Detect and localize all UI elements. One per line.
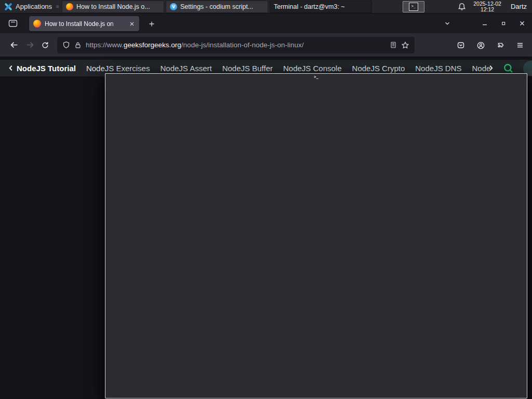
clock-time: 12:12 (473, 7, 501, 12)
navigation-toolbar: https://www.geeksforgeeks.org/node-js/in… (0, 33, 532, 57)
tab-title: How to Install Node.js on (45, 20, 125, 28)
site-nav-items: NodeJS Tutorial NodeJS Exercises NodeJS … (17, 64, 487, 73)
window-button[interactable]: Settings - codium script... (166, 1, 268, 13)
lock-icon[interactable] (74, 42, 82, 49)
shield-icon[interactable] (62, 41, 70, 49)
url-bar[interactable]: https://www.geeksforgeeks.org/node-js/in… (57, 37, 415, 54)
app-menu-icon[interactable] (512, 37, 528, 53)
site-nav-item[interactable]: NodeJS Assert (160, 64, 211, 73)
back-button[interactable] (6, 37, 22, 53)
browser-close-button[interactable] (515, 17, 529, 30)
bookmark-star-icon[interactable] (401, 41, 409, 49)
extensions-icon[interactable] (493, 37, 508, 53)
browser-tab[interactable]: How to Install Node.js on (29, 16, 139, 31)
workspace-switcher[interactable] (403, 1, 424, 12)
applications-menu[interactable]: Applications (0, 0, 56, 14)
browser-minimize-button[interactable] (478, 17, 491, 30)
nav-scroll-left-icon[interactable] (7, 64, 15, 72)
list-all-tabs-button[interactable] (441, 17, 454, 30)
window-button-list: How to Install Node.js o... Settings - c… (62, 0, 374, 14)
window-button-label: Terminal - dartz@vm3: ~ (274, 3, 345, 10)
firefox-icon (66, 3, 73, 10)
top-panel: Applications ≡ How to Install Node.js o.… (0, 0, 532, 14)
site-nav-item[interactable]: NodeJS Exercises (86, 64, 150, 73)
new-tab-button[interactable] (145, 18, 158, 30)
panel-separator: ≡ (56, 4, 59, 9)
firefox-view-button[interactable] (5, 17, 21, 30)
pocket-icon[interactable] (453, 37, 469, 53)
tab-bar: How to Install Node.js on (0, 14, 532, 33)
forward-button[interactable] (22, 37, 37, 53)
site-nav-item[interactable]: NodeJS Console (283, 64, 342, 73)
account-icon[interactable] (473, 37, 488, 53)
site-nav-item[interactable]: NodeJS DNS (415, 64, 461, 73)
reload-button[interactable] (37, 37, 53, 53)
site-nav-item[interactable]: NodeJS Crypto (352, 64, 405, 73)
firefox-favicon (33, 20, 41, 28)
window-button-label: How to Install Node.js o... (76, 3, 150, 10)
workspace-terminal-thumbnail (409, 3, 418, 11)
desktop: Applications ≡ How to Install Node.js o.… (0, 0, 532, 399)
tab-close-icon[interactable] (129, 21, 135, 27)
browser-maximize-button[interactable] (497, 17, 510, 30)
window-button[interactable]: Terminal - dartz@vm3: ~ (270, 1, 372, 13)
window-button[interactable]: How to Install Node.js o... (62, 1, 164, 13)
reader-mode-icon[interactable] (390, 41, 397, 49)
clock-date: 2025-12-02 (473, 1, 501, 7)
url-text: https://www.geeksforgeeks.org/node-js/in… (86, 41, 385, 49)
nav-scroll-right-icon[interactable] (487, 64, 495, 72)
notification-bell-icon[interactable] (458, 3, 466, 11)
applications-icon (4, 3, 12, 11)
vscodium-icon (170, 3, 177, 10)
window-button-label: Settings - codium script... (180, 3, 253, 10)
site-nav-item[interactable]: NodeJS Tutorial (17, 64, 76, 73)
search-icon[interactable] (503, 63, 514, 74)
username[interactable]: Dartz (509, 3, 527, 10)
applications-label: Applications (16, 3, 52, 10)
site-nav-item[interactable]: NodeJS Buffer (222, 64, 273, 73)
clock[interactable]: 2025-12-02 12:12 (473, 1, 501, 12)
